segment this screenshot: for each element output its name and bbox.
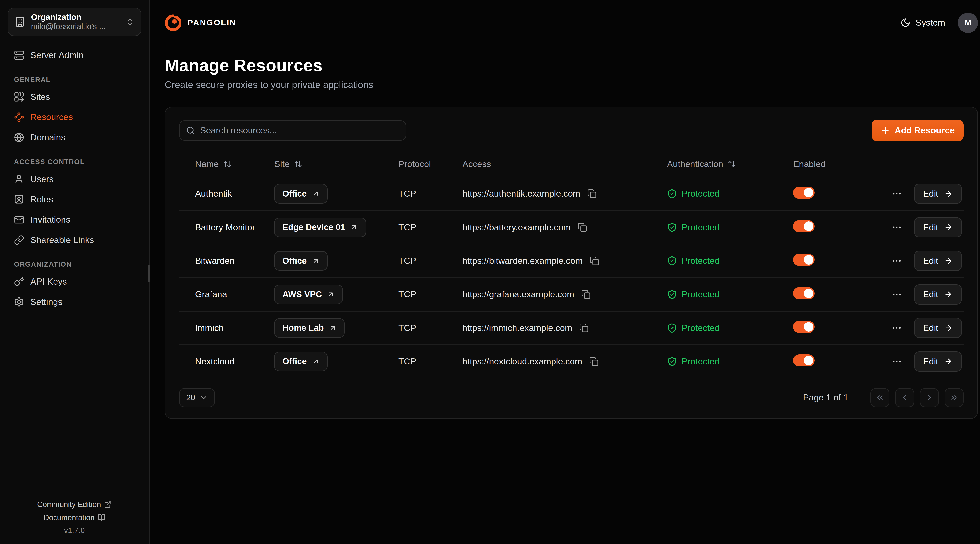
shield-check-icon	[667, 189, 677, 199]
row-menu-button[interactable]	[889, 287, 904, 301]
column-header-enabled: Enabled	[793, 159, 863, 169]
previous-page-button[interactable]	[895, 388, 914, 407]
copy-url-button[interactable]	[576, 221, 589, 233]
shield-check-icon	[667, 289, 677, 300]
org-subtitle: milo@fossorial.io's ...	[31, 22, 120, 31]
arrow-up-right-icon	[329, 324, 337, 332]
site-link-button[interactable]: Office	[274, 184, 328, 203]
documentation-link[interactable]: Documentation	[43, 513, 105, 522]
table-row: Battery Monitor Edge Device 01 TCP https…	[179, 210, 964, 244]
site-link-button[interactable]: Home Lab	[274, 318, 345, 338]
row-menu-button[interactable]	[889, 220, 904, 235]
column-header-authentication[interactable]: Authentication	[667, 159, 793, 169]
enabled-toggle[interactable]	[793, 287, 815, 299]
column-header-site[interactable]: Site	[274, 159, 398, 169]
edit-button[interactable]: Edit	[914, 284, 962, 305]
row-menu-button[interactable]	[889, 186, 904, 201]
org-title: Organization	[31, 13, 120, 22]
topbar: PANGOLIN System M	[165, 0, 978, 46]
sidebar-item-settings[interactable]: Settings	[8, 292, 141, 312]
copy-url-button[interactable]	[589, 255, 600, 267]
next-page-button[interactable]	[920, 388, 939, 407]
site-link-button[interactable]: Office	[274, 251, 328, 271]
page-size-select[interactable]: 20	[179, 388, 215, 407]
protocol-value: TCP	[398, 256, 462, 266]
edit-button[interactable]: Edit	[914, 217, 962, 237]
table-row: Immich Home Lab TCP https://immich.examp…	[179, 311, 964, 344]
moon-icon	[900, 17, 911, 28]
row-menu-button[interactable]	[889, 321, 904, 335]
copy-url-button[interactable]	[586, 188, 598, 200]
protocol-value: TCP	[398, 189, 462, 199]
gear-icon	[14, 297, 24, 307]
search-input[interactable]	[200, 125, 399, 135]
arrow-right-icon	[944, 324, 953, 332]
authentication-status: Protected	[667, 222, 793, 232]
avatar[interactable]: M	[958, 13, 978, 33]
sort-icon	[294, 160, 302, 168]
sidebar-footer: Community Edition Documentation v1.7.0	[0, 492, 149, 544]
enabled-toggle[interactable]	[793, 354, 815, 366]
table-header: Name Site Protocol Access Authentication…	[179, 151, 964, 177]
shield-check-icon	[667, 323, 677, 333]
copy-icon	[590, 256, 599, 266]
copy-url-button[interactable]	[588, 355, 600, 367]
pangolin-logo-icon	[165, 14, 182, 31]
edit-button[interactable]: Edit	[914, 184, 962, 204]
brand-name: PANGOLIN	[188, 18, 237, 27]
row-menu-button[interactable]	[889, 354, 904, 369]
shield-check-icon	[667, 256, 677, 266]
enabled-toggle[interactable]	[793, 187, 815, 198]
sidebar-item-sites[interactable]: Sites	[8, 87, 141, 107]
link-icon	[14, 235, 24, 245]
brand[interactable]: PANGOLIN	[165, 14, 236, 31]
resource-name: Battery Monitor	[179, 222, 274, 232]
authentication-status: Protected	[667, 189, 793, 199]
search-box	[179, 121, 406, 141]
building-icon	[14, 16, 25, 27]
copy-url-button[interactable]	[578, 322, 590, 334]
first-page-button[interactable]	[870, 388, 889, 407]
sort-icon	[727, 160, 736, 168]
sidebar-item-resources[interactable]: Resources	[8, 107, 141, 127]
authentication-status: Protected	[667, 256, 793, 266]
sidebar-item-users[interactable]: Users	[8, 169, 141, 189]
enabled-toggle[interactable]	[793, 220, 815, 232]
sidebar-item-server-admin[interactable]: Server Admin	[8, 45, 141, 65]
last-page-button[interactable]	[945, 388, 964, 407]
arrow-right-icon	[944, 357, 953, 366]
enabled-toggle[interactable]	[793, 321, 815, 333]
protocol-value: TCP	[398, 357, 462, 366]
sidebar-item-domains[interactable]: Domains	[8, 127, 141, 147]
sidebar-resize-handle[interactable]	[148, 265, 150, 282]
sidebar-item-api-keys[interactable]: API Keys	[8, 271, 141, 292]
copy-url-button[interactable]	[580, 289, 592, 300]
mail-icon	[14, 215, 24, 225]
edit-button[interactable]: Edit	[914, 251, 962, 271]
column-header-name[interactable]: Name	[179, 159, 274, 169]
enabled-toggle[interactable]	[793, 254, 815, 266]
community-edition-link[interactable]: Community Edition	[37, 500, 112, 509]
arrow-up-right-icon	[350, 224, 358, 231]
chevron-right-icon	[925, 393, 934, 402]
site-link-button[interactable]: Edge Device 01	[274, 217, 366, 237]
org-selector[interactable]: Organization milo@fossorial.io's ...	[8, 8, 141, 36]
chevrons-left-icon	[875, 393, 885, 402]
site-link-button[interactable]: Office	[274, 352, 328, 371]
chevrons-up-down-icon	[126, 17, 134, 26]
theme-toggle-button[interactable]: System	[900, 17, 945, 28]
shield-check-icon	[667, 222, 677, 232]
row-menu-button[interactable]	[889, 254, 904, 268]
edit-button[interactable]: Edit	[914, 351, 962, 371]
page-subtitle: Create secure proxies to your private ap…	[165, 79, 978, 90]
section-label-organization: ORGANIZATION	[8, 250, 141, 271]
sidebar-item-roles[interactable]: Roles	[8, 189, 141, 209]
site-link-button[interactable]: AWS VPC	[274, 284, 343, 304]
sidebar-item-shareable-links[interactable]: Shareable Links	[8, 230, 141, 250]
edit-button[interactable]: Edit	[914, 318, 962, 338]
add-resource-button[interactable]: Add Resource	[872, 120, 964, 141]
sidebar-item-invitations[interactable]: Invitations	[8, 209, 141, 230]
resources-card: Add Resource Name Site Protocol Access A…	[165, 106, 978, 419]
resource-name: Nextcloud	[179, 357, 274, 366]
arrow-up-right-icon	[327, 290, 334, 298]
